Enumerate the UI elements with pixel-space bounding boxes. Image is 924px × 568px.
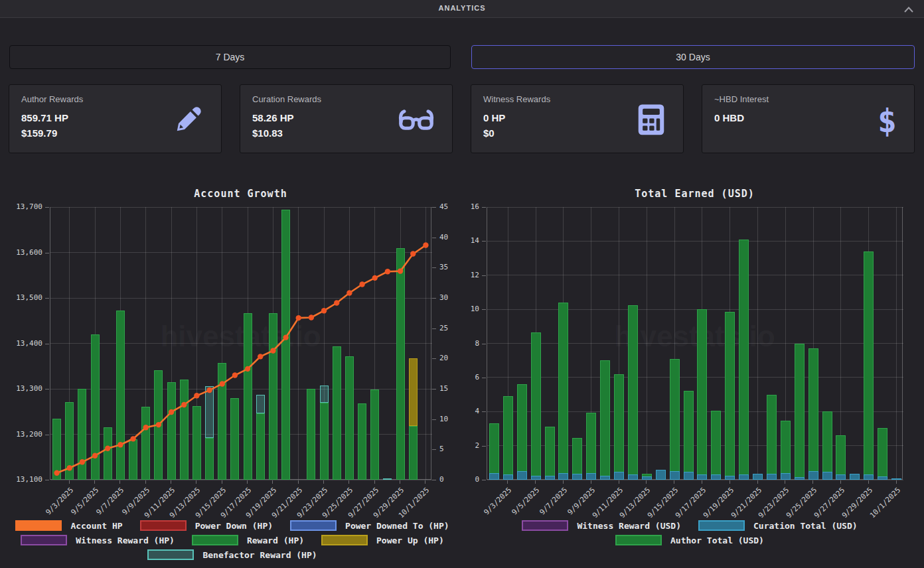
y-axis-label: 2 xyxy=(465,442,479,450)
legend-swatch xyxy=(192,535,238,545)
line-point xyxy=(309,315,314,320)
y-tick-mark xyxy=(45,389,49,390)
y-axis-label: 13,400 xyxy=(9,340,42,348)
bar-author_usd xyxy=(864,251,874,480)
x-axis-label: 9/5/2025 xyxy=(510,486,542,517)
y-axis-label: 8 xyxy=(465,340,479,348)
period-30-days-button[interactable]: 30 Days xyxy=(471,45,915,69)
legend-item-witness-hp[interactable]: Witness Reward (HP) xyxy=(21,535,175,545)
pencil-icon xyxy=(173,104,204,137)
y-tick-mark xyxy=(45,253,49,253)
x-tick-mark xyxy=(298,480,299,484)
legend-item-reward[interactable]: Reward (HP) xyxy=(192,535,304,545)
bar-curation_usd xyxy=(809,471,818,480)
v-gridline xyxy=(757,207,758,480)
x-tick-mark xyxy=(69,480,70,484)
legend-item-curation-usd[interactable]: Curation Total (USD) xyxy=(698,520,858,531)
collapse-section-button[interactable] xyxy=(901,3,916,15)
y-tick-mark xyxy=(432,328,436,329)
bar-author_usd xyxy=(586,413,596,480)
bar-author_usd xyxy=(517,384,527,480)
bar-curation_usd xyxy=(489,473,499,480)
account-growth-title: Account Growth xyxy=(50,188,431,200)
legend-label: Power Up (HP) xyxy=(376,535,444,545)
legend-row: Account HPPower Down (HP)Power Downed To… xyxy=(9,520,455,531)
legend-item-witness-usd[interactable]: Witness Reward (USD) xyxy=(522,520,681,531)
y-axis-label: 13,200 xyxy=(9,431,42,439)
x-tick-mark xyxy=(348,480,349,484)
bar-curation_usd xyxy=(739,474,749,480)
legend-swatch xyxy=(15,520,62,531)
dollar-icon: $ xyxy=(878,105,897,137)
x-tick-mark xyxy=(247,480,248,484)
right-axis-label: 5 xyxy=(439,445,444,453)
bar-curation_usd xyxy=(614,472,624,480)
legend-item-power-up[interactable]: Power Up (HP) xyxy=(321,535,444,545)
glasses-icon xyxy=(398,105,435,137)
legend-swatch xyxy=(321,535,368,545)
x-tick-mark xyxy=(272,480,273,484)
y-tick-mark xyxy=(432,358,436,359)
y-tick-mark xyxy=(482,446,486,447)
x-tick-mark xyxy=(145,480,146,484)
bar-curation_usd xyxy=(684,472,694,480)
bar-author_usd xyxy=(878,428,887,480)
bar-author_usd xyxy=(725,312,735,480)
bar-curation_usd xyxy=(628,474,638,480)
legend-label: Witness Reward (USD) xyxy=(577,521,681,531)
bar-curation_usd xyxy=(600,476,610,480)
y-axis-label: 14 xyxy=(465,237,479,245)
legend-item-power-downed-to[interactable]: Power Downed To (HP) xyxy=(290,520,449,531)
line-point xyxy=(117,442,123,447)
bar-author_usd xyxy=(836,435,846,480)
legend-item-author-usd[interactable]: Author Total (USD) xyxy=(615,535,764,545)
total-earned-legend: Witness Reward (USD)Curation Total (USD)… xyxy=(465,520,915,549)
bar-curation_usd xyxy=(711,474,721,480)
legend-row: Witness Reward (USD)Curation Total (USD) xyxy=(465,520,915,531)
legend-item-benefactor[interactable]: Benefactor Reward (HP) xyxy=(147,549,317,560)
legend-label: Account HP xyxy=(70,521,122,531)
line-point xyxy=(156,422,161,427)
legend-swatch xyxy=(290,520,337,531)
bar-curation_usd xyxy=(781,473,791,480)
y-tick-mark xyxy=(45,480,49,480)
account-growth-plot xyxy=(50,207,431,480)
bar-author_usd xyxy=(670,359,680,480)
bar-curation_usd xyxy=(503,474,513,480)
x-axis-label: 9/7/2025 xyxy=(538,486,569,517)
line-point xyxy=(258,354,263,359)
x-tick-mark xyxy=(757,480,758,484)
legend-label: Curation Total (USD) xyxy=(753,521,858,531)
line-point xyxy=(92,453,98,458)
bar-author_usd xyxy=(558,303,568,480)
bar-curation_usd xyxy=(517,471,527,480)
right-axis-label: 10 xyxy=(439,415,448,423)
x-tick-mark xyxy=(619,480,619,484)
y-tick-mark xyxy=(432,238,436,238)
period-7-days-button[interactable]: 7 Days xyxy=(9,45,451,69)
legend-item-power-down[interactable]: Power Down (HP) xyxy=(140,520,273,531)
witness-rewards-card: Witness Rewards 0 HP $0 xyxy=(471,84,684,153)
y-tick-mark xyxy=(482,344,486,344)
y-axis-label: 13,100 xyxy=(9,476,42,484)
y-tick-mark xyxy=(45,435,49,435)
legend-item-account-hp[interactable]: Account HP xyxy=(15,520,122,531)
card-label: Curation Rewards xyxy=(252,94,440,104)
bar-author_usd xyxy=(503,396,513,480)
y-tick-mark xyxy=(432,419,436,420)
bar-curation_usd xyxy=(531,476,541,480)
bar-author_usd xyxy=(781,421,791,480)
total-earned-title: Total Earned (USD) xyxy=(487,188,903,200)
account-growth-legend: Account HPPower Down (HP)Power Downed To… xyxy=(9,520,455,564)
y-tick-mark xyxy=(432,267,436,268)
analytics-header: ANALYTICS xyxy=(0,0,924,18)
bar-author_usd xyxy=(809,348,818,480)
y-axis-label: 13,300 xyxy=(9,385,42,393)
y-tick-mark xyxy=(482,275,486,276)
card-label: Author Rewards xyxy=(21,94,209,104)
bar-curation_usd xyxy=(642,476,652,480)
y-tick-mark xyxy=(482,411,486,412)
x-tick-mark xyxy=(868,480,869,484)
x-tick-mark xyxy=(674,480,674,484)
x-tick-mark xyxy=(507,480,508,484)
